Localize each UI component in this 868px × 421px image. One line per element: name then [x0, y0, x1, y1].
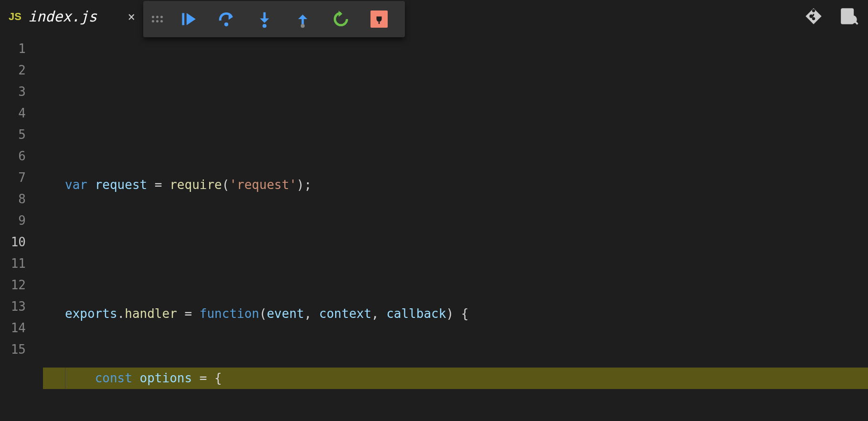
line-number[interactable]: 6 [0, 146, 26, 167]
line-number[interactable]: 14 [0, 317, 26, 339]
editor-tab[interactable]: JS index.js × [0, 0, 149, 33]
svg-point-2 [850, 16, 856, 22]
line-number[interactable]: 9 [0, 210, 26, 232]
continue-button[interactable] [169, 5, 207, 33]
close-tab-icon[interactable]: × [127, 10, 135, 24]
source-control-icon[interactable] [804, 7, 823, 29]
debug-toolbar[interactable] [143, 1, 405, 37]
step-into-button[interactable] [245, 5, 284, 33]
restart-button[interactable] [322, 5, 360, 33]
file-type-js-icon: JS [9, 11, 21, 23]
line-number[interactable]: 1 [0, 38, 26, 60]
code-line[interactable] [43, 239, 868, 260]
line-number[interactable]: 10 [0, 232, 26, 253]
svg-point-9 [301, 24, 305, 28]
line-number[interactable]: 4 [0, 103, 26, 124]
disconnect-button[interactable] [360, 5, 398, 33]
code-line[interactable]: var request = require('request'); [43, 174, 868, 196]
tab-filename: index.js [28, 8, 97, 25]
line-number[interactable]: 7 [0, 167, 26, 189]
code-line[interactable]: const options = { [43, 368, 868, 389]
code-editor[interactable]: 1 2 3 4 5 6 7 8 9 10 11 12 13 14 15 var … [0, 33, 868, 421]
svg-line-3 [855, 22, 857, 24]
line-number[interactable]: 8 [0, 189, 26, 210]
svg-rect-4 [182, 13, 184, 25]
tab-bar: JS index.js × [0, 0, 868, 33]
code-line[interactable]: exports.handler = function(event, contex… [43, 303, 868, 325]
line-number-gutter: 1 2 3 4 5 6 7 8 9 10 11 12 13 14 15 [0, 33, 43, 421]
line-number[interactable]: 2 [0, 60, 26, 81]
drag-handle-icon[interactable] [150, 16, 164, 22]
editor-title-actions [804, 7, 858, 29]
step-over-button[interactable] [207, 5, 245, 33]
svg-point-5 [224, 22, 228, 26]
code-area[interactable]: var request = require('request'); export… [43, 33, 868, 421]
line-number[interactable]: 12 [0, 274, 26, 296]
line-number[interactable]: 13 [0, 296, 26, 317]
svg-point-7 [263, 24, 266, 28]
line-number[interactable]: 3 [0, 81, 26, 103]
code-line[interactable] [43, 110, 868, 131]
step-out-button[interactable] [284, 5, 322, 33]
line-number[interactable]: 5 [0, 124, 26, 146]
toggle-search-details-icon[interactable] [839, 7, 858, 29]
line-number[interactable]: 15 [0, 339, 26, 360]
line-number[interactable]: 11 [0, 253, 26, 274]
